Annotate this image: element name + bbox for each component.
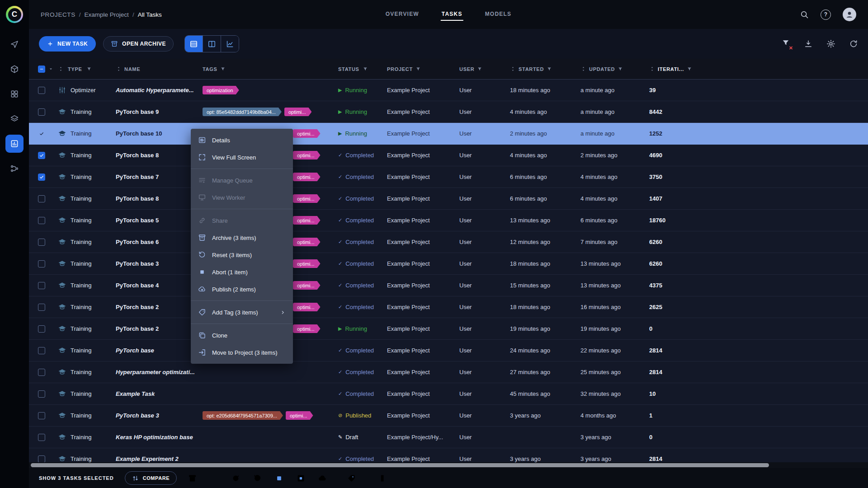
row-checkbox[interactable] (38, 260, 45, 267)
task-name[interactable]: PyTorch base 2 (113, 325, 203, 332)
tab-tasks[interactable]: TASKS (441, 8, 463, 21)
table-row[interactable]: TrainingPyTorch base 7optimi...✓Complete… (29, 166, 868, 188)
column-header-iter[interactable]: ITERATI... (649, 66, 712, 72)
task-name[interactable]: Hyperparameter optimizati... (113, 369, 203, 375)
clear-filters-button[interactable]: ✕ (781, 38, 790, 49)
table-row[interactable]: TrainingPyTorch base✓CompletedExample Pr… (29, 340, 868, 361)
table-row[interactable]: TrainingPyTorch base 2optimi...▶RunningE… (29, 318, 868, 340)
auto-refresh-button[interactable] (849, 39, 858, 48)
task-name[interactable]: Automatic Hyperparamete... (113, 87, 203, 94)
breadcrumb-item[interactable]: Example Project (85, 11, 129, 18)
task-name[interactable]: PyTorch base 3 (113, 412, 203, 419)
row-checkbox[interactable] (38, 195, 45, 202)
table-row[interactable]: TrainingPyTorch base 5optimi...✓Complete… (29, 210, 868, 231)
new-task-button[interactable]: NEW TASK (39, 36, 96, 52)
table-view-button[interactable] (185, 36, 203, 52)
menu-item-abort[interactable]: Abort (1 item) (191, 263, 293, 281)
row-checkbox[interactable] (38, 347, 45, 354)
menu-item-fullscreen[interactable]: View Full Screen (191, 149, 293, 166)
menu-item-tag[interactable]: Add Tag (3 items) (191, 304, 293, 321)
table-row[interactable]: TrainingPyTorch base 9opt: 85e5482ddd714… (29, 101, 868, 123)
table-row[interactable]: TrainingPyTorch base 8optimi...✓Complete… (29, 145, 868, 166)
menu-item-archive[interactable]: Archive (3 items) (191, 229, 293, 246)
row-checkbox[interactable] (38, 455, 45, 463)
sidebar-item-projects[interactable] (5, 60, 24, 78)
column-header-updated[interactable]: UPDATED (580, 66, 649, 72)
task-name[interactable]: Example Experiment 2 (113, 455, 203, 462)
table-row[interactable]: TrainingPyTorch base 3optimi...✓Complete… (29, 253, 868, 275)
reset-button[interactable] (253, 474, 262, 483)
column-header-tags[interactable]: TAGS (203, 66, 338, 72)
task-name[interactable]: PyTorch base 5 (113, 217, 203, 224)
task-name[interactable]: PyTorch base 2 (113, 304, 203, 310)
column-header-status[interactable]: STATUS (338, 66, 387, 72)
sidebar-item-getting-started[interactable] (5, 35, 24, 53)
menu-item-publish[interactable]: Publish (2 items) (191, 281, 293, 298)
scrollbar-thumb[interactable] (31, 463, 769, 467)
horizontal-scrollbar[interactable] (29, 462, 868, 468)
table-row[interactable]: TrainingPyTorch base 10optimi...▶Running… (29, 123, 868, 145)
menu-item-clone[interactable]: Clone (191, 327, 293, 344)
row-checkbox[interactable] (38, 174, 45, 181)
user-avatar[interactable] (843, 8, 856, 21)
task-name[interactable]: PyTorch base 7 (113, 174, 203, 180)
table-row[interactable]: TrainingHyperparameter optimizati...✓Com… (29, 361, 868, 383)
publish-button[interactable] (318, 474, 327, 483)
task-name[interactable]: PyTorch base 8 (113, 152, 203, 159)
menu-item-details[interactable]: Details (191, 131, 293, 149)
task-name[interactable]: PyTorch base 10 (113, 130, 203, 137)
download-button[interactable] (804, 39, 813, 48)
task-name[interactable]: PyTorch base 8 (113, 195, 203, 202)
menu-item-move[interactable]: Move to Project (3 items) (191, 344, 293, 361)
row-checkbox[interactable] (38, 152, 45, 159)
tab-overview[interactable]: OVERVIEW (385, 8, 420, 21)
task-name[interactable]: PyTorch base 3 (113, 260, 203, 267)
table-row[interactable]: TrainingPyTorch base 6optimi...✓Complete… (29, 231, 868, 253)
help-icon[interactable]: ? (821, 9, 831, 20)
task-name[interactable]: PyTorch base 6 (113, 239, 203, 245)
task-name[interactable]: Example Task (113, 390, 203, 397)
column-header-type[interactable]: TYPE (58, 66, 113, 72)
task-name[interactable]: PyTorch base (113, 347, 203, 354)
column-header-user[interactable]: USER (459, 66, 510, 72)
sidebar-item-experiments[interactable] (5, 135, 24, 153)
table-row[interactable]: TrainingPyTorch base 8optimi...✓Complete… (29, 188, 868, 210)
row-checkbox[interactable] (38, 325, 45, 333)
column-header-name[interactable]: NAME (113, 66, 203, 72)
app-logo[interactable]: C (0, 0, 29, 29)
row-checkbox[interactable] (38, 304, 45, 311)
abort-all-children-button[interactable] (296, 474, 306, 483)
row-checkbox[interactable] (38, 434, 45, 441)
row-checkbox[interactable] (38, 412, 45, 419)
move-to-project-button[interactable] (376, 474, 385, 483)
row-checkbox[interactable] (38, 369, 45, 376)
select-all-checkbox[interactable] (38, 66, 45, 73)
row-checkbox[interactable] (38, 108, 45, 116)
column-header-started[interactable]: STARTED (510, 66, 580, 72)
column-header-project[interactable]: PROJECT (387, 66, 459, 72)
row-checkbox[interactable] (38, 87, 45, 94)
tab-models[interactable]: MODELS (484, 8, 513, 21)
row-checkbox[interactable] (38, 282, 45, 289)
table-row[interactable]: OptimizerAutomatic Hyperparamete...optim… (29, 80, 868, 101)
row-checkbox[interactable] (38, 390, 45, 398)
search-icon[interactable] (800, 10, 809, 19)
breadcrumb-item[interactable]: PROJECTS (41, 11, 75, 18)
row-checkbox[interactable] (38, 239, 45, 246)
table-row[interactable]: TrainingPyTorch base 4optimi...✓Complete… (29, 275, 868, 296)
row-checkbox[interactable] (38, 130, 45, 137)
open-archive-button[interactable]: OPEN ARCHIVE (103, 36, 174, 52)
abort-button[interactable] (274, 474, 284, 483)
add-tag-button[interactable] (347, 474, 356, 483)
task-name[interactable]: PyTorch base 4 (113, 282, 203, 289)
row-checkbox[interactable] (38, 217, 45, 224)
menu-item-reset[interactable]: Reset (3 items) (191, 246, 293, 263)
table-row[interactable]: TrainingPyTorch base 3opt: e205d684f7954… (29, 405, 868, 427)
table-row[interactable]: TrainingExample Task✓CompletedExample Pr… (29, 383, 868, 405)
task-name[interactable]: PyTorch base 9 (113, 108, 203, 115)
table-row[interactable]: TrainingPyTorch base 2optimi...✓Complete… (29, 296, 868, 318)
split-view-button[interactable] (203, 36, 221, 52)
chart-view-button[interactable] (221, 36, 239, 52)
archive-button[interactable] (188, 474, 197, 483)
table-row[interactable]: TrainingKeras HP optimization base✎Draft… (29, 427, 868, 448)
